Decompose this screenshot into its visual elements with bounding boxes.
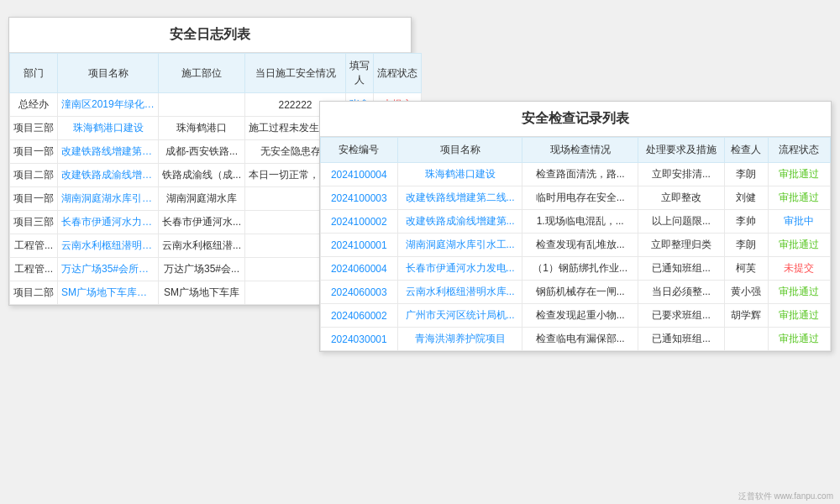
right-table: 安检编号 项目名称 现场检查情况 处理要求及措施 检查人 流程状态 202410… [320,137,831,351]
right-cell-proj[interactable]: 云南水利柩纽潜明水库... [397,281,522,304]
left-cell-proj[interactable]: 珠海鹤港口建设 [58,117,159,140]
left-cell-dept: 项目一部 [10,187,58,211]
right-cell-check: 1.现场临电混乱，... [522,210,638,234]
right-table-row: 2024060002广州市天河区统计局机...检查发现起重小物...已要求班组.… [321,304,831,328]
right-cell-action: 立即整理归类 [638,234,724,257]
left-cell-dept: 总经办 [10,93,58,117]
right-cell-status: 未提交 [768,257,831,281]
right-cell-check: 临时用电存在安全... [522,186,638,210]
left-cell-dept: 项目二部 [10,281,58,305]
right-cell-proj[interactable]: 湖南洞庭湖水库引水工... [397,234,522,257]
left-header-situation: 当日施工安全情况 [245,54,346,93]
right-cell-person: 李帅 [724,210,768,234]
right-header-status: 流程状态 [768,138,831,163]
right-cell-person: 刘健 [724,186,768,210]
right-cell-action: 立即整改 [638,186,724,210]
left-cell-proj[interactable]: 潼南区2019年绿化补贴项... [58,93,159,117]
left-cell-site: 云南水利柩纽潜... [159,234,245,258]
right-table-row: 2024060004长春市伊通河水力发电...（1）钢筋绑扎作业...已通知班组… [321,257,831,281]
left-cell-proj[interactable]: 万达广场35#会所及咖啡... [58,258,159,281]
right-cell-person: 李朗 [724,163,768,186]
right-cell-check: 检查发现有乱堆放... [522,234,638,257]
left-cell-site: 湖南洞庭湖水库 [159,187,245,211]
right-cell-check: 检查路面清洗，路... [522,163,638,186]
right-cell-person [724,328,768,351]
right-cell-person: 黄小强 [724,281,768,304]
right-table-row: 2024100001湖南洞庭湖水库引水工...检查发现有乱堆放...立即整理归类… [321,234,831,257]
right-cell-check: （1）钢筋绑扎作业... [522,257,638,281]
right-cell-action: 以上问题限... [638,210,724,234]
left-cell-site: 长春市伊通河水... [159,211,245,234]
right-cell-proj[interactable]: 广州市天河区统计局机... [397,304,522,328]
right-cell-person: 李朗 [724,234,768,257]
right-cell-id[interactable]: 2024100004 [321,163,398,186]
right-table-row: 2024030001青海洪湖养护院项目检查临电有漏保部...已通知班组...审批… [321,328,831,351]
right-cell-status: 审批中 [768,210,831,234]
left-cell-dept: 项目一部 [10,140,58,164]
left-cell-proj[interactable]: 改建铁路成渝线增建第二... [58,164,159,187]
right-cell-action: 当日必须整... [638,281,724,304]
right-cell-status: 审批通过 [768,163,831,186]
right-cell-id[interactable]: 2024100002 [321,210,398,234]
right-cell-action: 已要求班组... [638,304,724,328]
left-cell-site: SM广场地下车库 [159,281,245,305]
left-cell-site: 珠海鹤港口 [159,117,245,140]
right-cell-proj[interactable]: 青海洪湖养护院项目 [397,328,522,351]
right-cell-check: 检查发现起重小物... [522,304,638,328]
left-cell-dept: 项目三部 [10,117,58,140]
right-cell-action: 已通知班组... [638,257,724,281]
left-cell-proj[interactable]: SM广场地下车库更换摄... [58,281,159,305]
right-cell-id[interactable]: 2024030001 [321,328,398,351]
left-cell-site: 成都-西安铁路... [159,140,245,164]
watermark: 泛普软件 www.fanpu.com [738,491,833,502]
right-table-row: 2024060003云南水利柩纽潜明水库...钢筋机械存在一闸...当日必须整.… [321,281,831,304]
right-panel: 安全检查记录列表 安检编号 项目名称 现场检查情况 处理要求及措施 检查人 流程… [319,101,832,352]
right-table-row: 2024100003改建铁路线增建第二线...临时用电存在安全...立即整改刘健… [321,186,831,210]
left-cell-site [159,93,245,117]
left-header-person: 填写人 [346,54,374,93]
right-cell-status: 审批通过 [768,281,831,304]
right-header-check: 现场检查情况 [522,138,638,163]
left-cell-site: 万达广场35#会... [159,258,245,281]
right-header-proj: 项目名称 [397,138,522,163]
left-cell-site: 铁路成渝线（成... [159,164,245,187]
right-cell-id[interactable]: 2024100001 [321,234,398,257]
right-cell-id[interactable]: 2024060002 [321,304,398,328]
right-header-person: 检查人 [724,138,768,163]
left-cell-proj[interactable]: 云南水利柩纽潜明水库一... [58,234,159,258]
right-cell-status: 审批通过 [768,234,831,257]
left-cell-dept: 项目二部 [10,164,58,187]
right-cell-proj[interactable]: 改建铁路线增建第二线... [397,186,522,210]
right-cell-person: 柯芙 [724,257,768,281]
right-header-action: 处理要求及措施 [638,138,724,163]
right-table-row: 2024100004珠海鹤港口建设检查路面清洗，路...立即安排清...李朗审批… [321,163,831,186]
left-panel-title: 安全日志列表 [9,18,411,53]
right-cell-proj[interactable]: 长春市伊通河水力发电... [397,257,522,281]
left-cell-dept: 项目三部 [10,211,58,234]
left-cell-proj[interactable]: 湖南洞庭湖水库引水工程... [58,187,159,211]
right-cell-status: 审批通过 [768,304,831,328]
right-cell-status: 审批通过 [768,328,831,351]
left-header-status: 流程状态 [374,54,422,93]
right-header-id: 安检编号 [321,138,398,163]
left-header-proj: 项目名称 [58,54,159,93]
left-cell-proj[interactable]: 改建铁路线增建第二线直... [58,140,159,164]
right-cell-proj[interactable]: 珠海鹤港口建设 [397,163,522,186]
right-cell-action: 立即安排清... [638,163,724,186]
left-header-site: 施工部位 [159,54,245,93]
right-cell-id[interactable]: 2024060004 [321,257,398,281]
left-header-dept: 部门 [10,54,58,93]
right-cell-check: 检查临电有漏保部... [522,328,638,351]
right-cell-proj[interactable]: 改建铁路成渝线增建第... [397,210,522,234]
right-cell-status: 审批通过 [768,186,831,210]
right-cell-id[interactable]: 2024100003 [321,186,398,210]
right-cell-action: 已通知班组... [638,328,724,351]
right-cell-id[interactable]: 2024060003 [321,281,398,304]
right-table-row: 2024100002改建铁路成渝线增建第...1.现场临电混乱，...以上问题限… [321,210,831,234]
right-panel-title: 安全检查记录列表 [320,102,831,137]
right-cell-person: 胡学辉 [724,304,768,328]
left-cell-dept: 工程管... [10,234,58,258]
left-cell-dept: 工程管... [10,258,58,281]
left-cell-proj[interactable]: 长春市伊通河水力发电厂... [58,211,159,234]
right-cell-check: 钢筋机械存在一闸... [522,281,638,304]
